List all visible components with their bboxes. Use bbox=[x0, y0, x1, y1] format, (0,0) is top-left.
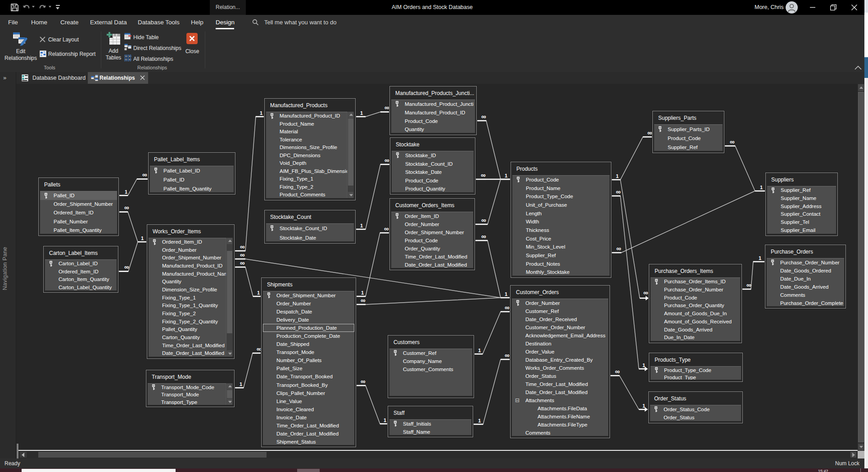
svg-text:∞: ∞ bbox=[361, 377, 366, 385]
svg-text:∞: ∞ bbox=[730, 138, 735, 145]
svg-text:∞: ∞ bbox=[505, 351, 510, 359]
svg-text:∞: ∞ bbox=[615, 368, 620, 375]
svg-text:1: 1 bbox=[642, 403, 645, 408]
svg-text:∞: ∞ bbox=[481, 171, 486, 179]
svg-text:1: 1 bbox=[478, 348, 481, 353]
svg-text:∞: ∞ bbox=[505, 304, 510, 311]
svg-text:∞: ∞ bbox=[124, 204, 129, 211]
svg-text:1: 1 bbox=[360, 223, 363, 228]
svg-text:1: 1 bbox=[505, 173, 507, 178]
svg-text:1: 1 bbox=[257, 290, 260, 295]
svg-text:∞: ∞ bbox=[361, 296, 366, 304]
svg-text:1: 1 bbox=[260, 110, 262, 116]
svg-text:∞: ∞ bbox=[481, 113, 486, 120]
svg-text:∞: ∞ bbox=[481, 216, 486, 224]
svg-text:1: 1 bbox=[505, 291, 507, 297]
svg-text:1: 1 bbox=[141, 236, 144, 241]
svg-text:∞: ∞ bbox=[616, 245, 621, 252]
svg-text:∞: ∞ bbox=[746, 281, 751, 289]
svg-text:∞: ∞ bbox=[647, 129, 652, 136]
svg-text:1: 1 bbox=[642, 363, 645, 368]
svg-text:1: 1 bbox=[759, 255, 761, 261]
svg-text:1: 1 bbox=[760, 185, 763, 190]
svg-text:∞: ∞ bbox=[384, 104, 389, 111]
svg-text:∞: ∞ bbox=[384, 225, 389, 232]
svg-text:1: 1 bbox=[361, 290, 364, 295]
svg-text:∞: ∞ bbox=[643, 289, 648, 296]
svg-text:∞: ∞ bbox=[240, 259, 245, 267]
svg-text:∞: ∞ bbox=[142, 171, 147, 178]
svg-text:∞: ∞ bbox=[240, 243, 245, 250]
svg-text:1: 1 bbox=[240, 381, 242, 387]
svg-text:1: 1 bbox=[616, 173, 619, 179]
svg-text:1: 1 bbox=[478, 418, 481, 423]
svg-text:∞: ∞ bbox=[384, 156, 389, 164]
svg-text:1: 1 bbox=[360, 110, 363, 116]
svg-text:∞: ∞ bbox=[124, 263, 129, 271]
svg-text:1: 1 bbox=[125, 189, 127, 195]
svg-text:∞: ∞ bbox=[616, 188, 621, 195]
svg-text:1: 1 bbox=[384, 418, 386, 423]
svg-text:∞: ∞ bbox=[481, 232, 486, 240]
svg-text:∞: ∞ bbox=[240, 251, 245, 259]
